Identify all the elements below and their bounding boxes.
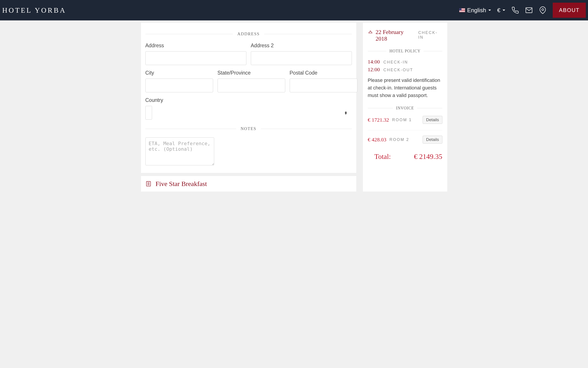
notes-textarea[interactable] (145, 137, 214, 165)
invoice-row: € 428.03 ROOM 2 Details (368, 130, 442, 147)
country-select[interactable] (145, 106, 152, 120)
address-input[interactable] (145, 51, 246, 65)
room-label: ROOM 2 (390, 137, 423, 142)
address-label: Address (145, 43, 246, 49)
country-label: Country (145, 97, 352, 103)
address-section-title: ADDRESS (237, 31, 260, 37)
checkin-date-label: CHECK-IN (418, 30, 442, 40)
room-price: € 1721.32 (368, 117, 389, 123)
bell-icon (368, 29, 373, 34)
pin-icon[interactable] (539, 6, 546, 14)
caret-down-icon (488, 9, 491, 11)
address-panel: ADDRESS Address Address 2 City State/Pro… (141, 23, 356, 173)
navbar: HOTEL YORBA English € ABOUT (0, 0, 588, 20)
city-input[interactable] (145, 79, 213, 92)
svg-rect-0 (526, 8, 532, 13)
postal-label: Postal Code (290, 70, 357, 76)
flag-icon (459, 8, 465, 12)
svg-point-1 (542, 9, 544, 10)
notepad-icon (145, 181, 152, 187)
breakfast-title: Five Star Breakfast (156, 180, 207, 188)
currency-dropdown[interactable]: € (497, 7, 505, 14)
state-label: State/Province (218, 70, 285, 76)
sidebar: 22 February 2018 CHECK-IN HOTEL POLICY 1… (363, 23, 447, 192)
caret-down-icon (503, 9, 505, 11)
policy-text: Please present valid identification at c… (368, 77, 442, 99)
about-button[interactable]: ABOUT (553, 3, 586, 18)
invoice-title: INVOICE (396, 106, 414, 110)
notes-section-title: NOTES (241, 126, 256, 131)
language-dropdown[interactable]: English (459, 7, 491, 14)
invoice-row: € 1721.32 ROOM 1 Details (368, 116, 442, 127)
details-button[interactable]: Details (423, 136, 442, 144)
checkout-time: 12:00 (368, 67, 380, 73)
state-input[interactable] (218, 79, 285, 92)
nav-right: English € ABOUT (459, 3, 586, 18)
checkin-date: 22 February 2018 (376, 29, 415, 42)
phone-icon[interactable] (511, 6, 519, 14)
select-caret-icon: ▲▼ (344, 111, 347, 115)
checkin-time-label: CHECK-IN (383, 60, 408, 64)
room-price: € 428.03 (368, 137, 386, 143)
currency-label: € (497, 7, 500, 14)
checkout-time-label: CHECK-OUT (383, 68, 413, 72)
address2-input[interactable] (251, 51, 352, 65)
breakfast-panel: Five Star Breakfast (141, 176, 356, 192)
total-label: Total: (375, 153, 391, 161)
policy-title: HOTEL POLICY (390, 49, 421, 54)
brand-logo[interactable]: HOTEL YORBA (2, 6, 66, 14)
checkin-time: 14:00 (368, 59, 380, 65)
postal-input[interactable] (290, 79, 357, 92)
address2-label: Address 2 (251, 43, 352, 49)
mail-icon[interactable] (525, 6, 533, 14)
language-label: English (467, 7, 486, 14)
total-value: € 2149.35 (414, 153, 442, 161)
city-label: City (145, 70, 213, 76)
room-label: ROOM 1 (392, 118, 423, 122)
details-button[interactable]: Details (423, 116, 442, 124)
